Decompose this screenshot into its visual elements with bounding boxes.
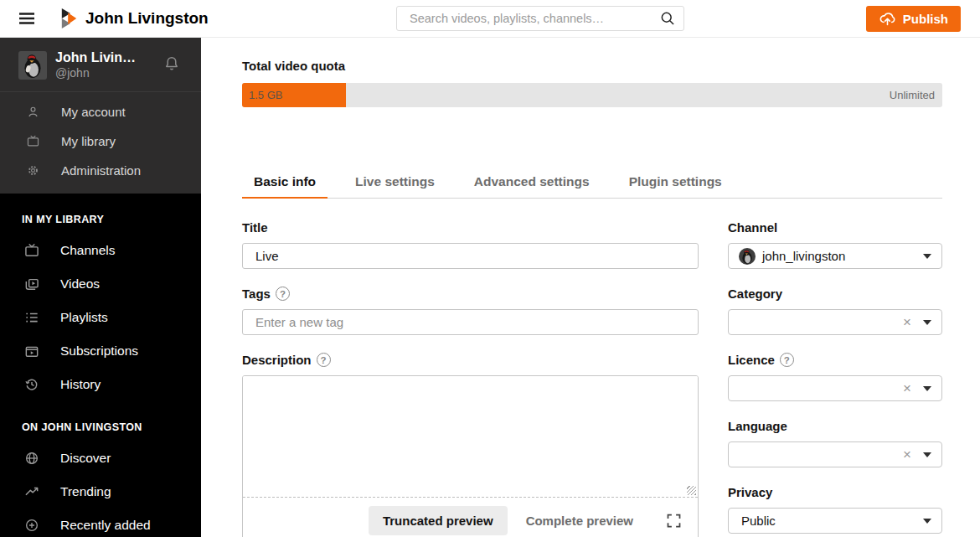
language-select[interactable]: × bbox=[728, 441, 942, 467]
quota-label: Total video quota bbox=[242, 59, 942, 73]
channel-select-value: john_livingston bbox=[762, 249, 845, 263]
chevron-down-icon bbox=[923, 519, 931, 524]
description-editor: Truncated preview Complete preview bbox=[242, 375, 699, 537]
gear-icon bbox=[26, 163, 40, 178]
channels-tv-icon bbox=[23, 242, 40, 259]
clear-icon[interactable]: × bbox=[903, 447, 911, 462]
chevron-down-icon bbox=[923, 320, 931, 325]
top-header: John Livingston Publish bbox=[0, 0, 980, 38]
playlists-icon bbox=[23, 309, 40, 326]
search-bar bbox=[396, 6, 684, 31]
licence-select[interactable]: × bbox=[728, 375, 942, 401]
tv-icon bbox=[26, 134, 40, 148]
chevron-down-icon bbox=[923, 386, 931, 391]
channel-select[interactable]: john_livingston bbox=[728, 243, 942, 269]
sidebar-item-history[interactable]: History bbox=[0, 368, 201, 401]
search-icon[interactable] bbox=[659, 10, 676, 30]
licence-label: Licence ? bbox=[728, 353, 942, 367]
clear-icon[interactable]: × bbox=[903, 381, 911, 395]
subscriptions-icon bbox=[23, 343, 40, 359]
resize-grip-icon[interactable] bbox=[687, 486, 696, 495]
description-label: Description ? bbox=[242, 353, 699, 367]
sidebar-item-trending[interactable]: Trending bbox=[0, 475, 201, 509]
avatar[interactable] bbox=[18, 51, 47, 80]
help-icon[interactable]: ? bbox=[276, 287, 290, 301]
title-input[interactable] bbox=[242, 243, 699, 269]
description-textarea[interactable] bbox=[243, 376, 698, 498]
quota-limit-text: Unlimited bbox=[890, 83, 935, 107]
sidebar-item-subscriptions[interactable]: Subscriptions bbox=[0, 334, 201, 368]
clear-icon[interactable]: × bbox=[903, 315, 911, 329]
notifications-bell-icon[interactable] bbox=[162, 54, 181, 76]
category-select[interactable]: × bbox=[728, 309, 942, 335]
sidebar-item-discover[interactable]: Discover bbox=[0, 441, 201, 475]
search-input[interactable] bbox=[396, 6, 684, 31]
tab-advanced-settings[interactable]: Advanced settings bbox=[462, 174, 601, 198]
account-display-name: John Livingston bbox=[55, 50, 139, 65]
channel-avatar bbox=[739, 248, 756, 265]
account-block[interactable]: John Livingston @john bbox=[0, 38, 201, 92]
instance-title[interactable]: John Livingston bbox=[85, 9, 209, 28]
globe-icon bbox=[23, 450, 40, 467]
tab-plugin-settings[interactable]: Plugin settings bbox=[617, 174, 734, 198]
sidebar: John Livingston @john My account bbox=[0, 38, 201, 537]
privacy-select[interactable]: Public bbox=[728, 508, 942, 534]
menu-toggle-icon[interactable] bbox=[17, 8, 37, 28]
chevron-down-icon bbox=[923, 254, 931, 259]
tab-live-settings[interactable]: Live settings bbox=[343, 174, 446, 198]
section-title-in-my-library: IN MY LIBRARY bbox=[0, 214, 201, 225]
category-label: Category bbox=[728, 287, 942, 301]
language-label: Language bbox=[728, 419, 942, 433]
user-icon bbox=[26, 105, 40, 119]
truncated-preview-button[interactable]: Truncated preview bbox=[369, 506, 508, 535]
publish-button[interactable]: Publish bbox=[866, 6, 961, 32]
description-preview-toolbar: Truncated preview Complete preview bbox=[243, 498, 698, 537]
quota-progress-fill: 1.5 GB bbox=[242, 83, 346, 107]
help-icon[interactable]: ? bbox=[317, 353, 331, 367]
complete-preview-button[interactable]: Complete preview bbox=[526, 506, 633, 535]
sidebar-item-channels[interactable]: Channels bbox=[0, 234, 201, 267]
channel-label: Channel bbox=[728, 220, 942, 235]
section-title-on-instance: ON JOHN LIVINGSTON bbox=[0, 421, 201, 433]
sidebar-item-videos[interactable]: Videos bbox=[0, 267, 201, 301]
settings-tabs: Basic info Live settings Advanced settin… bbox=[242, 174, 942, 199]
upload-cloud-icon bbox=[879, 10, 896, 28]
privacy-label: Privacy bbox=[728, 485, 942, 499]
videos-icon bbox=[23, 276, 40, 292]
sidebar-item-my-library[interactable]: My library bbox=[0, 127, 201, 156]
chevron-down-icon bbox=[923, 452, 931, 457]
title-label: Title bbox=[242, 220, 699, 235]
trending-up-icon bbox=[23, 483, 40, 500]
account-handle: @john bbox=[55, 66, 162, 80]
history-clock-icon bbox=[23, 376, 40, 393]
quota-used-text: 1.5 GB bbox=[242, 89, 282, 101]
privacy-select-value: Public bbox=[741, 514, 776, 528]
sidebar-item-playlists[interactable]: Playlists bbox=[0, 301, 201, 334]
tags-label: Tags ? bbox=[242, 287, 699, 301]
sidebar-item-administration[interactable]: Administration bbox=[0, 156, 201, 185]
sidebar-item-recently-added[interactable]: Recently added bbox=[0, 509, 201, 537]
plus-circle-icon bbox=[23, 517, 40, 534]
help-icon[interactable]: ? bbox=[780, 353, 794, 367]
tags-input[interactable] bbox=[242, 309, 699, 335]
quota-progress-bar: 1.5 GB Unlimited bbox=[242, 83, 942, 107]
maximize-icon[interactable] bbox=[665, 512, 683, 529]
tab-basic-info[interactable]: Basic info bbox=[242, 174, 328, 199]
main-content: Total video quota 1.5 GB Unlimited Basic… bbox=[201, 38, 980, 537]
sidebar-item-my-account[interactable]: My account bbox=[0, 97, 201, 127]
peertube-logo-icon[interactable] bbox=[60, 8, 79, 29]
